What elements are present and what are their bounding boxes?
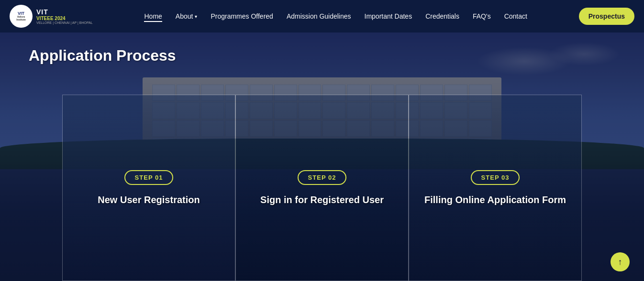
nav-link-programmes[interactable]: Programmes Offered — [211, 12, 273, 20]
nav-link-admission[interactable]: Admission Guidelines — [287, 12, 351, 20]
nav-link-credentials[interactable]: Credentials — [425, 12, 459, 20]
nav-item-home[interactable]: Home — [144, 12, 162, 21]
step3-label: Filling Online Application Form — [415, 195, 576, 205]
prospectus-button[interactable]: Prospectus — [579, 8, 634, 25]
nav-link-about[interactable]: About ▾ — [176, 12, 198, 20]
step1-badge: STEP 01 — [124, 170, 174, 185]
step1-card-content: STEP 01 New User Registration — [63, 95, 235, 281]
nav-item-programmes[interactable]: Programmes Offered — [211, 12, 273, 21]
nav-links: Home About ▾ Programmes Offered Admissio… — [93, 12, 579, 21]
nav-link-faqs[interactable]: FAQ's — [473, 12, 491, 20]
step3-card[interactable]: STEP 03 Filling Online Application Form — [409, 95, 582, 281]
step1-card[interactable]: STEP 01 New User Registration — [62, 95, 235, 281]
nav-item-dates[interactable]: Important Dates — [365, 12, 412, 21]
logo-text: VIT VITEEE 2024 VELLORE | CHENNAI | AP |… — [36, 8, 93, 24]
step3-badge: STEP 03 — [471, 170, 520, 185]
nav-item-contact[interactable]: Contact — [504, 12, 527, 21]
nav-item-admission[interactable]: Admission Guidelines — [287, 12, 351, 21]
step1-label: New User Registration — [88, 195, 209, 205]
nav-item-faqs[interactable]: FAQ's — [473, 12, 491, 21]
navbar: VIT VelloreInstitute VIT VITEEE 2024 VEL… — [0, 0, 644, 32]
step3-card-content: STEP 03 Filling Online Application Form — [409, 95, 581, 281]
logo-circle: VIT VelloreInstitute — [10, 5, 33, 28]
logo-inner: VIT VelloreInstitute — [16, 11, 25, 22]
page-title-section: Application Process — [0, 32, 644, 74]
logo-locations: VELLORE | CHENNAI | AP | BHOPAL — [36, 21, 93, 24]
nav-item-about[interactable]: About ▾ — [176, 12, 198, 20]
chevron-down-icon: ▾ — [195, 14, 197, 19]
logo-vit-title: VIT — [36, 8, 93, 16]
nav-link-home[interactable]: Home — [144, 12, 162, 22]
logo-vit-year: VITEEE 2024 — [36, 16, 93, 21]
nav-link-contact[interactable]: Contact — [504, 12, 527, 20]
nav-link-dates[interactable]: Important Dates — [365, 12, 412, 20]
scroll-top-button[interactable]: ↑ — [611, 252, 630, 271]
nav-item-credentials[interactable]: Credentials — [425, 12, 459, 21]
step2-card-content: STEP 02 Sign in for Registered User — [236, 95, 408, 281]
cards-container: STEP 01 New User Registration STEP 02 Si… — [0, 95, 644, 281]
step2-card[interactable]: STEP 02 Sign in for Registered User — [235, 95, 409, 281]
step2-badge: STEP 02 — [298, 170, 347, 185]
page-title: Application Process — [29, 47, 615, 65]
main-content: Application Process STEP 01 New User Reg… — [0, 32, 644, 281]
step2-label: Sign in for Registered User — [251, 195, 393, 205]
logo-area: VIT VelloreInstitute VIT VITEEE 2024 VEL… — [10, 5, 93, 28]
